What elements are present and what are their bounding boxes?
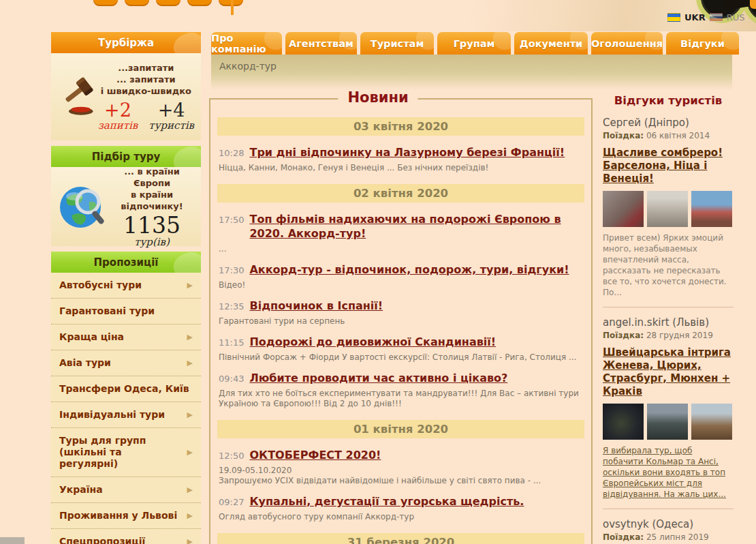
news-summary: Для тих хто не боїться експериментувати …: [219, 389, 583, 409]
tab-documents[interactable]: Документи: [514, 32, 588, 55]
news-time: 12:35: [219, 301, 244, 312]
trip-label: Поїздка:: [603, 532, 644, 542]
news-link[interactable]: Купальні, дегустації та угорська щедріст…: [249, 494, 524, 509]
turbirzha-line3: і швидко-швидко: [98, 85, 194, 97]
news-link[interactable]: Відпочинок в Іспанії!: [249, 299, 383, 313]
lang-rus[interactable]: RUS: [727, 12, 745, 22]
sidebar-item-air-tours[interactable]: Авіа тури ▶: [51, 350, 201, 376]
sidebar-item-ukraine[interactable]: Україна ▶: [51, 477, 201, 503]
main-nav: Про компанію Агентствам Туристам Групам …: [211, 32, 739, 55]
sidebar-item-transfers[interactable]: Трансфери Одеса, Київ: [51, 376, 201, 402]
news-item: 12:35 Відпочинок в Іспанії! Гарантовані …: [217, 290, 584, 327]
news-time: 11:15: [219, 337, 244, 348]
reviews-title: Відгуки туристів: [603, 94, 734, 107]
news-summary: Ніцца, Канни, Монако, Генуя і Венеція ..…: [219, 163, 583, 173]
chevron-right-icon: ▶: [187, 448, 193, 457]
sidebar-item-individual-tours[interactable]: Індивідуальні тури ▶: [51, 402, 201, 428]
sidebar-item-special-offers[interactable]: Спецпропозиції ▶: [51, 529, 201, 544]
turbirzha-header: Турбіржа: [51, 32, 201, 53]
news-time: 10:28: [219, 148, 244, 158]
chevron-right-icon: ▶: [187, 359, 193, 367]
review-photos: [603, 404, 734, 440]
news-summary: 19.09-05.10.2020: [219, 466, 583, 476]
review-item: ovsytnyk (Одеса) Поїздка: 25 липня 2019 …: [603, 518, 734, 544]
review-item: Сергей (Дніпро) Поїздка: 06 квітня 2014 …: [603, 117, 734, 298]
review-photo[interactable]: [603, 191, 644, 227]
tab-groups[interactable]: Групам: [437, 32, 511, 55]
news-summary: Огляд автобусного туру компанії Аккорд-т…: [219, 512, 583, 522]
pidbir-header: Підбір туру: [51, 146, 201, 167]
news-link[interactable]: Аккорд-тур - відпочинок, подорож, тури, …: [249, 262, 569, 277]
news-item: 17:50 Топ фільмів надихаючих на подорожі…: [217, 204, 584, 254]
divider: [603, 307, 734, 307]
news-link[interactable]: Три дні відпочинку на Лазурному березі Ф…: [249, 145, 565, 160]
review-link[interactable]: Щасливе сомбреро! Барселона, Ніца і Вене…: [603, 147, 734, 185]
breadcrumb-bar: Аккорд-тур: [211, 55, 732, 90]
turbirzha-banner[interactable]: ...запитати ... запитати і швидко-швидко…: [51, 53, 201, 140]
news-time: 17:50: [219, 215, 244, 225]
news-item: 11:15 Подорожі до дивовижної Скандинавії…: [217, 327, 584, 363]
news-item: 12:50 ОКТОБЕРФЕСТ 2020! 19.09-05.10.2020…: [217, 440, 584, 486]
pidbir-banner[interactable]: ... в країни Європи в країни відпочинку!…: [51, 167, 201, 246]
news-summary: Запрошуємо УСІХ відвідати найвідоміше і …: [219, 476, 583, 486]
review-link[interactable]: Швейцарська інтрига Женева, Цюрих, Страс…: [603, 346, 734, 398]
news-item: 09:43 Любите проводити час активно і цік…: [217, 363, 584, 409]
sidebar-item-bus-tours[interactable]: Автобусні тури ▶: [51, 273, 201, 299]
review-photo[interactable]: [691, 404, 732, 440]
sidebar-item-guaranteed-tours[interactable]: Гарантовані тури: [51, 299, 201, 324]
decor-corner: [750, 0, 756, 9]
news-summary: Відео!: [219, 280, 583, 290]
review-author: angel.in.skirt (Львів): [603, 316, 734, 329]
news-time: 09:27: [219, 497, 244, 507]
review-photo[interactable]: [647, 404, 688, 440]
tab-announcements[interactable]: Оголошення: [591, 32, 663, 55]
trip-label: Поїздка:: [603, 331, 644, 340]
trip-date: 06 квітня 2014: [646, 131, 710, 140]
pidbir-line2: в країни відпочинку!: [110, 189, 194, 212]
gavel-icon: [58, 75, 98, 119]
date-band: 01 квітня 2020: [217, 420, 584, 438]
logo-partial: [93, 0, 243, 6]
chevron-right-icon: ▶: [187, 281, 193, 290]
ukraine-flag-icon[interactable]: [667, 13, 680, 22]
news-summary: Північний Форсаж + Фіорди У вартості екс…: [219, 352, 583, 363]
russia-flag-icon[interactable]: [710, 13, 723, 22]
review-author: Сергей (Дніпро): [603, 117, 734, 129]
date-band: 02 квітня 2020: [217, 184, 584, 202]
sidebar-item-lviv-accommodation[interactable]: Проживання у Львові ▶: [51, 503, 201, 529]
news-link[interactable]: Подорожі до дивовижної Скандинавії!: [249, 335, 496, 349]
review-author: ovsytnyk (Одеса): [603, 518, 734, 530]
news-time: 17:30: [219, 265, 244, 275]
trip-date: 28 грудня 2019: [646, 331, 713, 340]
news-item: 17:30 Аккорд-тур - відпочинок, подорож, …: [217, 254, 584, 290]
chevron-right-icon: ▶: [187, 511, 193, 520]
lang-ukr[interactable]: UKR: [684, 12, 706, 22]
review-item: angel.in.skirt (Львів) Поїздка: 28 грудн…: [603, 316, 734, 500]
news-link[interactable]: ОКТОБЕРФЕСТ 2020!: [249, 448, 381, 462]
tab-tourists[interactable]: Туристам: [360, 32, 434, 55]
tours-count: 1135: [110, 215, 194, 236]
sidebar-item-best-price[interactable]: Краща ціна ▶: [51, 324, 201, 350]
offers-menu: Автобусні тури ▶ Гарантовані тури Краща …: [51, 273, 201, 544]
review-photo[interactable]: [691, 191, 732, 227]
turbirzha-line2: ... запитати: [98, 74, 194, 85]
globe-search-icon: [58, 181, 110, 232]
tab-agencies[interactable]: Агентствам: [285, 32, 357, 55]
news-link[interactable]: Любите проводити час активно і цікаво?: [249, 371, 507, 385]
news-time: 09:43: [219, 374, 244, 384]
review-photos: [603, 191, 734, 227]
propozytsii-header: Пропозиції: [51, 252, 201, 273]
review-photo[interactable]: [647, 191, 688, 227]
chevron-right-icon: ▶: [187, 410, 193, 419]
tab-about[interactable]: Про компанію: [211, 32, 282, 55]
breadcrumb[interactable]: Аккорд-тур: [211, 55, 732, 72]
trip-date: 25 липня 2019: [646, 532, 709, 542]
news-time: 12:50: [219, 451, 244, 461]
review-photo[interactable]: [603, 404, 644, 440]
tab-reviews[interactable]: Відгуки: [666, 32, 739, 55]
cropped-image-fragment: [0, 537, 25, 544]
news-link[interactable]: Топ фільмів надихаючих на подорожі Європ…: [249, 212, 583, 241]
sidebar-item-group-tours[interactable]: Туры для групп (шкільні та регулярні) ▶: [51, 428, 201, 477]
review-snippet-link[interactable]: Я вибирала тур, щоб побачити Кольмар та …: [603, 445, 734, 500]
chevron-right-icon: ▶: [187, 333, 193, 342]
